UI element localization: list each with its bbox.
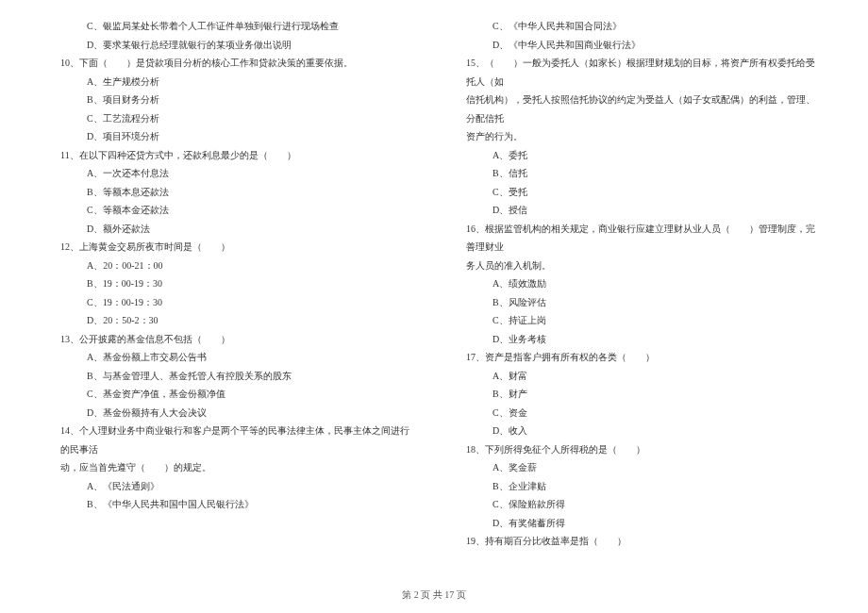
text-line: 13、公开披露的基金信息不包括（ ） [47,330,415,349]
text-line: D、业务考核 [453,330,821,349]
text-line: 15、（ ）一般为委托人（如家长）根据理财规划的目标，将资产所有权委托给受托人（… [453,54,821,91]
text-line: C、银监局某处长带着个人工作证件单独到银行进行现场检查 [47,17,415,36]
text-line: A、20：00-21：00 [47,257,415,275]
text-line: 12、上海黄金交易所夜市时间是（ ） [47,238,415,257]
text-line: D、《中华人民共和国商业银行法》 [453,36,821,55]
text-line: B、等额本息还款法 [47,183,415,202]
text-line: C、《中华人民共和国合同法》 [453,17,821,36]
text-line: B、财产 [453,385,821,404]
page-footer: 第 2 页 共 17 页 [0,588,868,602]
text-line: A、奖金薪 [453,458,821,477]
text-line: B、信托 [453,164,821,183]
text-line: 14、个人理财业务中商业银行和客户是两个平等的民事法律主体，民事主体之间进行的民… [47,422,415,458]
text-line: A、一次还本付息法 [47,164,415,183]
text-line: A、绩效激励 [453,274,821,293]
text-line: D、授信 [453,201,821,220]
left-column: C、银监局某处长带着个人工作证件单独到银行进行现场检查D、要求某银行总经理就银行… [47,17,415,573]
text-line: B、项目财务分析 [47,91,415,109]
text-line: B、与基金管理人、基金托管人有控股关系的股东 [47,367,415,386]
text-line: D、项目环境分析 [47,127,415,146]
text-line: A、委托 [453,146,821,165]
text-line: 19、持有期百分比收益率是指（ ） [453,532,821,551]
text-line: B、风险评估 [453,293,821,312]
text-line: 动，应当首先遵守（ ）的规定。 [47,458,415,477]
text-line: 17、资产是指客户拥有所有权的各类（ ） [453,348,821,367]
text-line: C、基金资产净值，基金份额净值 [47,385,415,404]
text-line: C、等额本金还款法 [47,201,415,220]
text-line: A、《民法通则》 [47,477,415,496]
text-line: A、基金份额上市交易公告书 [47,348,415,367]
text-line: C、保险赔款所得 [453,495,821,514]
text-line: 16、根据监管机构的相关规定，商业银行应建立理财从业人员（ ）管理制度，完善理财… [453,220,821,257]
text-line: B、19：00-19：30 [47,274,415,293]
page-body: C、银监局某处长带着个人工作证件单独到银行进行现场检查D、要求某银行总经理就银行… [47,17,821,573]
text-line: 11、在以下四种还贷方式中，还款利息最少的是（ ） [47,146,415,165]
text-line: 务人员的准入机制。 [453,257,821,275]
text-line: B、企业津贴 [453,477,821,496]
right-column: C、《中华人民共和国合同法》D、《中华人民共和国商业银行法》15、（ ）一般为委… [453,17,821,573]
text-line: C、持证上岗 [453,311,821,330]
text-line: D、有奖储蓄所得 [453,514,821,533]
text-line: C、工艺流程分析 [47,109,415,128]
text-line: D、20：50-2：30 [47,311,415,330]
text-line: A、生产规模分析 [47,73,415,91]
text-line: C、受托 [453,183,821,202]
text-line: 10、下面（ ）是贷款项目分析的核心工作和贷款决策的重要依据。 [47,54,415,73]
text-line: 信托机构），受托人按照信托协议的约定为受益人（如子女或配偶）的利益，管理、分配信… [453,91,821,127]
text-line: A、财富 [453,367,821,386]
text-line: B、《中华人民共和国中国人民银行法》 [47,495,415,514]
text-line: C、资金 [453,404,821,422]
text-line: C、19：00-19：30 [47,293,415,312]
text-line: D、基金份额持有人大会决议 [47,404,415,422]
text-line: D、要求某银行总经理就银行的某项业务做出说明 [47,36,415,55]
text-line: D、额外还款法 [47,220,415,239]
text-line: 18、下列所得免征个人所得税的是（ ） [453,440,821,459]
text-line: D、收入 [453,422,821,440]
text-line: 资产的行为。 [453,127,821,146]
